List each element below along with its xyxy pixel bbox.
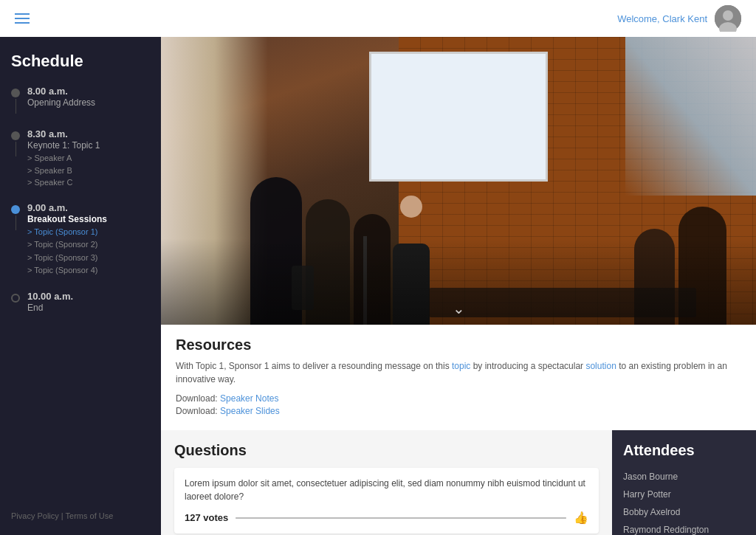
dot-container-4 [11, 291, 20, 303]
topbar-right: Welcome, Clark Kent [617, 5, 741, 32]
topic-2[interactable]: > Topic (Sponsor 2) [27, 238, 150, 252]
attendees-list: Jason Bourne Harry Potter Bobby Axelrod … [623, 468, 745, 535]
schedule-name-4: End [27, 303, 150, 313]
schedule-content-4: 10.00 a.m. End [27, 291, 150, 313]
schedule-name-3: Breakout Sessions [27, 214, 150, 224]
questions-panel: Questions Lorem ipsum dolor sit amet, co… [161, 430, 612, 535]
resources-desc: With Topic 1, Sponsor 1 aims to deliver … [176, 359, 741, 386]
resources-links: Download: Speaker Notes Download: Speake… [176, 393, 741, 416]
schedule-content-3: 9.00 a.m. Breakout Sessions > Topic (Spo… [27, 202, 150, 277]
download-line-2: Download: Speaker Slides [176, 406, 741, 416]
speaker-a: > Speaker A [27, 152, 150, 165]
content-area: ⌄ Resources With Topic 1, Sponsor 1 aims… [161, 37, 756, 535]
sidebar-footer: Pivacy Policy | Terms of Use [11, 511, 150, 520]
download-line-1: Download: Speaker Notes [176, 393, 741, 404]
schedule-dot-3-active [11, 205, 20, 214]
votes-bar-1 [236, 517, 566, 519]
sidebar-title: Schedule [11, 52, 150, 71]
dot-container-2 [11, 128, 20, 158]
privacy-policy-link[interactable]: Pivacy Policy [11, 511, 59, 520]
schedule-item-4: 10.00 a.m. End [11, 291, 150, 313]
avatar-icon [715, 5, 741, 32]
attendee-raymond-reddington: Raymond Reddington [623, 521, 745, 535]
speaker-b: > Speaker B [27, 165, 150, 177]
schedule-time-1: 8.00 a.m. [27, 86, 150, 97]
topic-3[interactable]: > Topic (Sponsor 3) [27, 252, 150, 265]
welcome-text: Welcome, Clark Kent [617, 13, 707, 24]
votes-bar-fill-1 [236, 517, 566, 519]
speaker-slides-link[interactable]: Speaker Slides [220, 406, 280, 416]
schedule-item-1: 8.00 a.m. Opening Address [11, 86, 150, 115]
attendee-bobby-axelrod: Bobby Axelrod [623, 503, 745, 521]
schedule-content-2: 8.30 a.m. Keynote 1: Topic 1 > Speaker A… [27, 128, 150, 189]
schedule-time-2: 8.30 a.m. [27, 128, 150, 139]
schedule-dot-2 [11, 131, 20, 140]
topic-4[interactable]: > Topic (Sponsor 4) [27, 264, 150, 277]
hero-area: ⌄ [161, 37, 756, 325]
speaker-head [400, 196, 422, 218]
schedule-time-4: 10.00 a.m. [27, 291, 150, 302]
desc-solution-link[interactable]: solution [585, 361, 616, 371]
topic-1[interactable]: > Topic (Sponsor 1) [27, 226, 150, 239]
bottom-panels: Questions Lorem ipsum dolor sit amet, co… [161, 430, 756, 535]
question-text-1: Lorem ipsum dolor sit amet, consectetuer… [185, 477, 588, 503]
question-footer-1: 127 votes 👍 [185, 511, 588, 525]
hamburger-menu[interactable] [15, 13, 30, 24]
schedule-speakers-2: > Speaker A > Speaker B > Speaker C [27, 152, 150, 189]
schedule-topics-3: > Topic (Sponsor 1) > Topic (Sponsor 2) … [27, 226, 150, 277]
schedule-list: 8.00 a.m. Opening Address 8.30 a.m. Keyn… [11, 86, 150, 313]
avatar [715, 5, 741, 32]
schedule-name-2: Keynote 1: Topic 1 [27, 140, 150, 151]
dot-container-1 [11, 86, 20, 115]
schedule-time-3: 9.00 a.m. [27, 202, 150, 213]
questions-title: Questions [174, 442, 599, 459]
attendee-harry-potter: Harry Potter [623, 486, 745, 503]
resources-section: Resources With Topic 1, Sponsor 1 aims t… [161, 325, 756, 430]
schedule-dot-1 [11, 89, 20, 97]
attendee-jason-bourne: Jason Bourne [623, 468, 745, 486]
resources-title: Resources [176, 336, 741, 353]
topbar: Welcome, Clark Kent [0, 0, 756, 37]
schedule-name-1: Opening Address [27, 97, 150, 108]
question-card-1: Lorem ipsum dolor sit amet, consectetuer… [174, 468, 599, 534]
desc-topic-link[interactable]: topic [452, 361, 470, 371]
dot-container-3 [11, 202, 20, 232]
schedule-line-1 [16, 99, 16, 114]
svg-point-1 [723, 10, 733, 21]
sidebar: Schedule 8.00 a.m. Opening Address [0, 37, 161, 535]
terms-link[interactable]: Terms of Use [66, 511, 114, 520]
schedule-content-1: 8.00 a.m. Opening Address [27, 86, 150, 108]
schedule-line-3 [16, 215, 16, 230]
window-right [625, 37, 756, 196]
schedule-line-2 [16, 142, 16, 156]
attendees-panel: Attendees Jason Bourne Harry Potter Bobb… [612, 430, 756, 535]
speaker-notes-link[interactable]: Speaker Notes [220, 393, 278, 404]
main-layout: Schedule 8.00 a.m. Opening Address [0, 37, 756, 535]
attendees-title: Attendees [623, 442, 745, 459]
schedule-item-2: 8.30 a.m. Keynote 1: Topic 1 > Speaker A… [11, 128, 150, 189]
thumbs-up-icon-1[interactable]: 👍 [574, 511, 588, 525]
chevron-down-icon[interactable]: ⌄ [453, 300, 465, 317]
schedule-item-3: 9.00 a.m. Breakout Sessions > Topic (Spo… [11, 202, 150, 277]
hero-image: ⌄ [161, 37, 756, 325]
schedule-dot-4 [11, 294, 20, 303]
votes-label-1: 127 votes [185, 512, 228, 523]
speaker-c: > Speaker C [27, 176, 150, 189]
